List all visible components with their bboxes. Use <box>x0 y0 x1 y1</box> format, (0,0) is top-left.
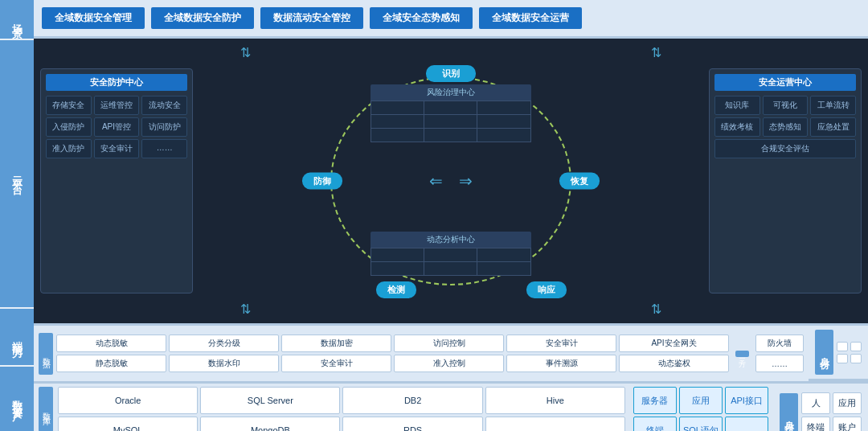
dynamic-center-title: 动态分析中心 <box>371 232 531 248</box>
dyn-cell-r1c3 <box>477 248 530 261</box>
capability-area: 数据 动态脱敏 分类分级 数据加密 访问控制 安全审计 API安全网关 静态脱敏… <box>34 323 809 381</box>
risk-cell-r3c3 <box>477 129 530 142</box>
data-grid: Oracle SQL Server DB2 Hive MySQL MongoDB… <box>58 387 625 431</box>
data-hi-r1c3: API接口 <box>725 387 768 414</box>
cap-label: 数据 <box>39 333 53 375</box>
data-cell-r2c4: …… <box>485 417 625 431</box>
ops-cell-5: 应急处置 <box>810 117 856 137</box>
data-hi-r2c1: 终端 <box>633 417 677 431</box>
risk-cell-r2c2 <box>424 115 477 128</box>
cap-cell-r2c4: 准入控制 <box>394 355 504 372</box>
identity-cap-section: 身份 <box>809 323 868 381</box>
cap-cell-r2c2: 数据水印 <box>169 355 279 372</box>
dyn-cell-r2c1 <box>371 262 424 275</box>
id-cap-cell-empty4 <box>850 354 862 363</box>
risk-cell-r3c2 <box>424 129 477 142</box>
sec-cell-0: 存储安全 <box>46 96 92 115</box>
identity-dat-label: 身份 <box>780 393 798 432</box>
prevent-badge: 防御 <box>302 173 342 190</box>
id-cap-cell-empty2 <box>850 342 862 351</box>
cap-cell-r2c5: 事件溯源 <box>506 355 616 372</box>
sec-ops-title: 安全运营中心 <box>714 74 856 91</box>
data-area: 数据库 Oracle SQL Server DB2 Hive MySQL Mon… <box>34 381 773 431</box>
ops-cell-1: 可视化 <box>763 96 809 115</box>
cloud-label: 云平台 <box>0 39 34 307</box>
risk-cell-r1c1 <box>371 101 424 114</box>
ops-cell-4: 态势感知 <box>763 117 809 137</box>
left-labels: 场景 云平台 端能力 数据资产 <box>0 0 34 431</box>
risk-center: 风险治理中心 <box>371 84 531 142</box>
id-dat-cell-r2c1: 终端 <box>801 417 830 431</box>
id-cap-cell-empty3 <box>837 354 848 363</box>
scene-badge-2: 数据流动安全管控 <box>260 7 363 29</box>
cap-cell-r1c1: 动态脱敏 <box>56 335 166 352</box>
id-dat-cell-r1c2: 应用 <box>833 392 862 414</box>
identity-cap-label: 身份 <box>815 330 833 375</box>
dyn-cell-r1c2 <box>424 248 477 261</box>
recover-badge: 恢复 <box>559 173 600 190</box>
sec-cell-5: 访问防护 <box>141 117 187 137</box>
id-dat-cell-r2c2: 账户 <box>833 417 862 431</box>
sec-cell-6: 准入防护 <box>46 139 92 158</box>
risk-cell-r3c1 <box>371 129 424 142</box>
data-sublabel: 数据库 <box>39 387 53 431</box>
risk-center-table <box>371 101 531 142</box>
data-hi-r1c2: 应用 <box>679 387 723 414</box>
right-arrow: ⇒ <box>459 171 473 191</box>
scene-badge-1: 全域数据安全防护 <box>151 7 254 29</box>
ops-full-cell: 合规安全评估 <box>714 139 856 158</box>
ops-cell-3: 绩效考核 <box>714 117 760 137</box>
respond-badge: 响应 <box>526 281 567 298</box>
sec-prevention-title: 安全防护中心 <box>46 74 187 91</box>
dyn-cell-r2c3 <box>477 262 530 275</box>
ops-cell-2: 工单流转 <box>810 96 856 115</box>
cap-cell-r1c2: 分类分级 <box>169 335 279 352</box>
cap-cell-r2c1: 静态脱敏 <box>56 355 166 372</box>
sec-cell-3: 入侵防护 <box>46 117 92 137</box>
capability-label: 端能力 <box>0 307 34 365</box>
circle-container: 识别 防御 恢复 检测 响应 风险治理中心 <box>314 68 588 293</box>
risk-center-title: 风险治理中心 <box>371 84 531 101</box>
cap-cell-r1c3: 数据加密 <box>281 335 391 352</box>
ops-grid: 知识库 可视化 工单流转 绩效考核 态势感知 应急处置 <box>714 96 856 137</box>
data-cell-r2c3: RDS <box>342 417 482 431</box>
sec-cell-8: …… <box>141 139 187 158</box>
sec-cell-2: 流动安全 <box>141 96 187 115</box>
cloud-inner: 安全防护中心 存储安全 运维管控 流动安全 入侵防护 API管控 访问防护 准入… <box>40 68 862 293</box>
identity-data-section: 身份 人 应用 终端 账户 <box>773 381 868 431</box>
main-container: 场景 云平台 端能力 数据资产 全域数据安全管理 全域数据安全防护 数据流动安全… <box>0 0 868 431</box>
cap-sep-label: 三方 <box>735 351 749 357</box>
middle-area: 识别 防御 恢复 检测 响应 风险治理中心 <box>198 68 704 293</box>
id-dat-cell-r1c1: 人 <box>801 392 830 414</box>
detect-badge: 检测 <box>376 281 416 298</box>
scene-badge-4: 全域数据安全运营 <box>479 7 582 29</box>
cloud-area: ⇅ ⇅ 安全防护中心 存储安全 运维管控 流动安全 入侵防护 API管控 访问防 <box>34 39 868 323</box>
cap-cell-r1c4: 访问控制 <box>394 335 504 352</box>
cap-cell-extra-r1: 防火墙 <box>755 335 804 352</box>
cap-cell-extra-r2: …… <box>755 355 804 372</box>
cap-cell-r1c5: 安全审计 <box>506 335 616 352</box>
data-hi-r2c3: …… <box>725 417 768 431</box>
sec-prevention-grid: 存储安全 运维管控 流动安全 入侵防护 API管控 访问防护 准入防护 安全审计… <box>46 96 187 158</box>
scene-row: 全域数据安全管理 全域数据安全防护 数据流动安全管控 全域安全态势感知 全域数据… <box>34 0 868 39</box>
identity-cap-grid <box>837 342 862 363</box>
cap-cell-r1c6: API安全网关 <box>619 335 729 352</box>
scene-label: 场景 <box>0 0 34 39</box>
data-cell-r1c1: Oracle <box>58 387 198 414</box>
cap-cell-r2c6: 动态鉴权 <box>619 355 729 372</box>
identify-badge: 识别 <box>426 65 476 82</box>
data-label: 数据资产 <box>0 365 34 431</box>
data-cell-r1c4: Hive <box>485 387 625 414</box>
dyn-cell-r1c1 <box>371 248 424 261</box>
risk-cell-r1c3 <box>477 101 530 114</box>
sec-cell-7: 安全审计 <box>94 139 140 158</box>
data-cell-r2c1: MySQL <box>58 417 198 431</box>
ops-cell-0: 知识库 <box>714 96 760 115</box>
cap-cell-r2c3: 安全审计 <box>281 355 391 372</box>
data-hi-r1c1: 服务器 <box>633 387 677 414</box>
sec-prevention-center: 安全防护中心 存储安全 运维管控 流动安全 入侵防护 API管控 访问防护 准入… <box>40 68 193 293</box>
sec-cell-1: 运维管控 <box>94 96 140 115</box>
scene-badge-3: 全域安全态势感知 <box>370 7 473 29</box>
scene-badge-0: 全域数据安全管理 <box>42 7 145 29</box>
data-cell-r1c2: SQL Server <box>200 387 340 414</box>
